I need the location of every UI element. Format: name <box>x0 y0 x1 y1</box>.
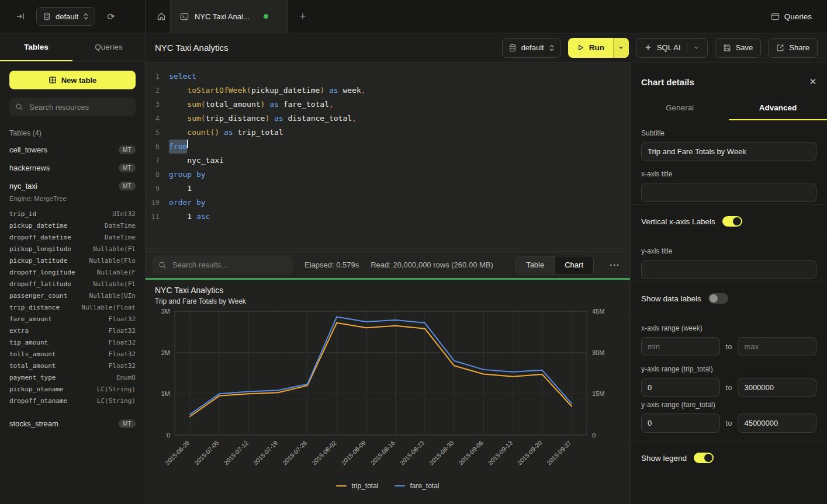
line-number: 1 <box>146 69 169 84</box>
tab-advanced[interactable]: Advanced <box>729 96 827 120</box>
code-token <box>324 84 329 98</box>
view-chart-segment[interactable]: Chart <box>554 256 593 274</box>
save-button[interactable]: Save <box>715 38 762 58</box>
sidebar-item-nyc-taxi[interactable]: nyc_taxi MT <box>0 177 145 195</box>
resource-search <box>9 98 136 116</box>
svg-text:2015-07-12: 2015-07-12 <box>222 439 250 467</box>
vertical-labels-toggle[interactable] <box>722 216 742 227</box>
code-token: week <box>338 84 361 98</box>
legend-item[interactable]: trip_total <box>336 482 378 490</box>
section-divider <box>631 441 827 442</box>
column-type: Float32 <box>109 350 136 358</box>
code-line[interactable]: 6from <box>146 140 630 154</box>
show-data-labels-label: Show data labels <box>641 294 701 303</box>
chart-subtitle: Trip and Fare Totals by Week <box>155 297 621 305</box>
close-icon[interactable]: ✕ <box>809 77 816 87</box>
run-options-caret[interactable] <box>613 38 629 58</box>
tab-general[interactable]: General <box>631 96 729 120</box>
svg-text:2015-08-09: 2015-08-09 <box>340 439 367 467</box>
column-row: passenger_countNullable(UIn <box>0 290 145 301</box>
column-row: total_amountFloat32 <box>0 360 145 371</box>
svg-text:2015-07-19: 2015-07-19 <box>252 439 279 467</box>
code-line[interactable]: 5 count() as trip_total <box>146 126 630 140</box>
xrange-row: to <box>641 337 816 356</box>
code-token: fare_total <box>279 98 329 112</box>
home-icon[interactable] <box>153 8 170 25</box>
subtitle-input[interactable] <box>641 142 816 161</box>
code-token: as <box>329 84 338 98</box>
code-token: 1 <box>187 210 192 224</box>
column-row: dropoff_datetimeDateTime <box>0 231 145 243</box>
table-name: nyc_taxi <box>9 182 37 190</box>
sql-ai-button[interactable]: SQL AI <box>636 38 708 58</box>
panel-title: Chart details <box>641 77 694 87</box>
yaxis-title-input[interactable] <box>641 260 816 279</box>
column-name: dropoff_latitude <box>9 280 71 288</box>
sidebar-item-hackernews[interactable]: hackernews MT <box>0 159 145 177</box>
share-icon <box>776 44 784 52</box>
code-line[interactable]: 8group by <box>146 168 630 182</box>
results-search-input[interactable] <box>171 260 287 270</box>
results-search <box>153 256 293 274</box>
collapse-sidebar-icon[interactable] <box>12 8 29 25</box>
xrange-max-input[interactable] <box>738 337 816 356</box>
share-button[interactable]: Share <box>768 38 818 58</box>
tab-queries[interactable]: Queries <box>72 33 145 61</box>
database-selector-value: default <box>56 12 78 21</box>
xrange-label: x-axis range (week) <box>641 324 816 332</box>
code-token: as <box>269 98 279 112</box>
column-name: extra <box>9 327 29 335</box>
sidebar-item-cell-towers[interactable]: cell_towers MT <box>0 141 145 159</box>
run-button[interactable]: Run <box>568 38 629 58</box>
code-line[interactable]: 9 1 <box>146 182 630 196</box>
refresh-icon[interactable]: ⟳ <box>102 8 120 25</box>
column-type: DateTime <box>105 234 136 241</box>
selector-updown-icon <box>549 44 555 52</box>
panel-tabs: General Advanced <box>631 96 827 120</box>
code-line[interactable]: 4 sum(trip_distance) as distance_total, <box>146 112 630 126</box>
code-token: select <box>169 69 196 84</box>
yrange-trip-min-input[interactable] <box>641 378 720 397</box>
yrange-fare-min-input[interactable] <box>641 413 720 433</box>
show-data-labels-toggle[interactable] <box>708 293 728 304</box>
query-tab[interactable]: NYC Taxi Anal... <box>170 0 288 33</box>
svg-text:2015-06-28: 2015-06-28 <box>164 439 191 467</box>
sidebar-item-stocks-stream[interactable]: stocks_stream MT <box>0 415 145 433</box>
new-table-button[interactable]: New table <box>9 71 136 89</box>
svg-text:2015-09-27: 2015-09-27 <box>545 439 573 467</box>
yrange-fare-label: y-axis range (fare_total) <box>641 401 816 409</box>
code-token: count() <box>187 126 219 140</box>
column-name: dropoff_ntaname <box>9 397 67 405</box>
code-token: total_amount <box>206 98 261 112</box>
code-line[interactable]: 2 toStartOfWeek(pickup_datetime) as week… <box>146 84 630 98</box>
sql-editor[interactable]: 1select2 toStartOfWeek(pickup_datetime) … <box>146 62 630 251</box>
code-line[interactable]: 7 nyc_taxi <box>146 154 630 168</box>
view-table-segment[interactable]: Table <box>516 256 554 274</box>
code-line[interactable]: 10order by <box>146 196 630 210</box>
column-name: total_amount <box>9 362 56 370</box>
yrange-trip-max-input[interactable] <box>738 378 816 397</box>
yrange-fare-max-input[interactable] <box>738 413 816 433</box>
column-type: Float32 <box>109 315 136 323</box>
show-legend-toggle[interactable] <box>694 453 714 463</box>
xaxis-title-input[interactable] <box>641 183 816 202</box>
run-database-selector[interactable]: default <box>502 38 561 58</box>
new-tab-button[interactable]: + <box>294 8 312 25</box>
line-chart: 001M15M2M30M3M45M2015-06-282015-07-05201… <box>155 307 621 482</box>
database-selector[interactable]: default <box>36 7 95 26</box>
code-line[interactable]: 11 1 asc <box>146 210 630 224</box>
tab-tables[interactable]: Tables <box>0 33 72 61</box>
workspace: 1select2 toStartOfWeek(pickup_datetime) … <box>146 62 630 504</box>
xrange-min-input[interactable] <box>641 337 720 356</box>
svg-text:2015-08-02: 2015-08-02 <box>310 439 338 467</box>
svg-text:2M: 2M <box>161 349 170 356</box>
column-type: Float32 <box>109 327 136 335</box>
column-type: Nullable(Fl <box>93 245 136 253</box>
column-name: fare_amount <box>9 315 52 323</box>
legend-item[interactable]: fare_total <box>395 482 439 490</box>
code-line[interactable]: 3 sum(total_amount) as fare_total, <box>146 98 630 112</box>
code-line[interactable]: 1select <box>146 69 630 84</box>
more-options-icon[interactable]: ⋯ <box>605 256 623 274</box>
resource-search-input[interactable] <box>28 102 130 112</box>
queries-button[interactable]: Queries <box>771 12 812 21</box>
